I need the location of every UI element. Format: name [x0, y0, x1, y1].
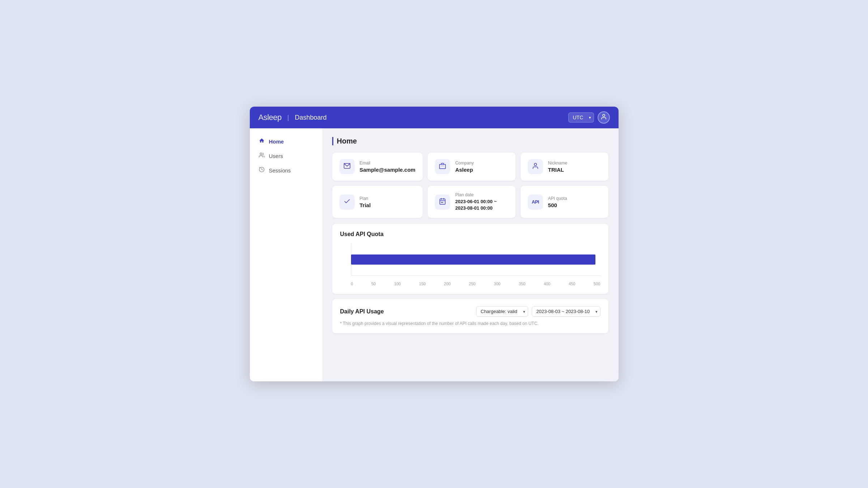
sidebar-item-users[interactable]: Users: [250, 149, 322, 163]
email-value: Sample@sample.com: [360, 167, 416, 173]
header-right: UTC ▾: [568, 111, 610, 124]
daily-api-title: Daily API Usage: [340, 308, 384, 315]
sidebar: Home Users: [250, 128, 322, 381]
date-range-select-wrapper[interactable]: 2023-08-03 ~ 2023-08-10 2023-07-27 ~ 202…: [532, 306, 600, 317]
header-divider: |: [287, 114, 289, 121]
api-icon: API: [532, 199, 539, 205]
x-label-150: 150: [419, 282, 426, 286]
nickname-icon-wrap: [528, 159, 543, 174]
nickname-icon: [532, 162, 539, 171]
plan-date-value1: 2023-06-01 00:00 ~: [455, 198, 497, 205]
x-label-350: 350: [519, 282, 525, 286]
sidebar-item-sessions[interactable]: Sessions: [250, 163, 322, 177]
api-icon-wrap: API: [528, 194, 543, 210]
x-label-250: 250: [469, 282, 475, 286]
chart-x-axis: 0 50 100 150 200 250 300 350 400 450 500: [351, 276, 600, 287]
x-label-450: 450: [569, 282, 575, 286]
home-icon: [258, 138, 265, 145]
timezone-select[interactable]: UTC: [568, 112, 594, 123]
nickname-value: TRIAL: [548, 167, 567, 173]
check-icon: [343, 198, 351, 206]
company-label: Company: [455, 160, 474, 166]
svg-point-1: [260, 153, 262, 155]
sidebar-item-home[interactable]: Home: [250, 134, 322, 149]
svg-point-9: [534, 163, 537, 166]
plan-date-label: Plan date: [455, 192, 497, 197]
api-quota-card-content: API quota 500: [548, 196, 567, 208]
nickname-card: Nickname TRIAL: [521, 153, 608, 181]
page-title: Home: [332, 137, 608, 145]
app-window: Asleep | Dashboard UTC ▾: [250, 107, 619, 381]
plan-card-content: Plan Trial: [360, 196, 371, 208]
svg-rect-14: [441, 202, 442, 203]
company-card-content: Company Asleep: [455, 160, 474, 173]
sidebar-users-label: Users: [269, 153, 283, 159]
company-card: Company Asleep: [428, 153, 516, 181]
header: Asleep | Dashboard UTC ▾: [250, 107, 619, 128]
api-quota-value: 500: [548, 202, 567, 208]
svg-rect-5: [440, 164, 446, 169]
header-title: Dashboard: [295, 114, 326, 121]
main-content: Home Email Sample@sa: [322, 128, 619, 381]
daily-api-controls: Chargeable: valid Chargeable: all All ▾ …: [476, 306, 600, 317]
used-api-quota-section: Used API Quota 0 50 100 150 200 250 300: [332, 224, 608, 294]
api-quota-bar: [351, 254, 595, 265]
date-range-select[interactable]: 2023-08-03 ~ 2023-08-10 2023-07-27 ~ 202…: [532, 306, 600, 317]
header-left: Asleep | Dashboard: [258, 113, 327, 122]
used-api-quota-title: Used API Quota: [340, 231, 600, 237]
calendar-icon-wrap: [435, 194, 450, 210]
daily-api-note: * This graph provides a visual represent…: [340, 321, 600, 326]
plan-date-value2: 2023-08-01 00:00: [455, 205, 497, 211]
x-label-50: 50: [371, 282, 376, 286]
user-avatar-button[interactable]: [598, 111, 610, 124]
calendar-icon: [439, 198, 446, 206]
sidebar-sessions-label: Sessions: [269, 167, 291, 174]
company-value: Asleep: [455, 167, 474, 173]
api-quota-chart: 0 50 100 150 200 250 300 350 400 450 500: [340, 243, 600, 287]
plan-label: Plan: [360, 196, 371, 201]
plan-value: Trial: [360, 202, 371, 208]
timezone-selector[interactable]: UTC ▾: [568, 112, 594, 123]
api-quota-card: API API quota 500: [521, 186, 608, 218]
email-card: Email Sample@sample.com: [332, 153, 423, 181]
chart-bar-container: [351, 243, 600, 276]
svg-point-0: [603, 114, 605, 116]
x-label-200: 200: [444, 282, 450, 286]
users-icon: [258, 152, 265, 159]
user-icon: [600, 114, 607, 121]
sessions-icon: [258, 167, 265, 174]
plan-date-card-content: Plan date 2023-06-01 00:00 ~ 2023-08-01 …: [455, 192, 497, 211]
x-label-100: 100: [394, 282, 401, 286]
x-label-500: 500: [594, 282, 600, 286]
plan-date-card: Plan date 2023-06-01 00:00 ~ 2023-08-01 …: [428, 186, 516, 218]
svg-line-3: [259, 167, 260, 168]
x-label-0: 0: [351, 282, 353, 286]
body: Home Users: [250, 128, 619, 381]
company-icon-wrap: [435, 159, 450, 174]
filter-select[interactable]: Chargeable: valid Chargeable: all All: [476, 306, 528, 317]
email-icon: [343, 162, 351, 171]
sidebar-home-label: Home: [269, 138, 284, 145]
x-label-300: 300: [494, 282, 500, 286]
plan-icon-wrap: [339, 194, 355, 210]
app-logo: Asleep: [258, 113, 282, 122]
daily-api-section: Daily API Usage Chargeable: valid Charge…: [332, 299, 608, 333]
email-label: Email: [360, 160, 416, 166]
nickname-label: Nickname: [548, 160, 567, 166]
svg-rect-15: [442, 202, 443, 203]
company-icon: [439, 162, 446, 171]
email-card-content: Email Sample@sample.com: [360, 160, 416, 173]
email-icon-wrap: [339, 159, 355, 174]
plan-card: Plan Trial: [332, 186, 423, 218]
nickname-card-content: Nickname TRIAL: [548, 160, 567, 173]
daily-api-header: Daily API Usage Chargeable: valid Charge…: [340, 306, 600, 317]
filter-select-wrapper[interactable]: Chargeable: valid Chargeable: all All ▾: [476, 306, 528, 317]
svg-rect-10: [440, 199, 445, 204]
x-label-400: 400: [544, 282, 550, 286]
info-cards-grid: Email Sample@sample.com: [332, 153, 608, 218]
api-quota-label: API quota: [548, 196, 567, 201]
